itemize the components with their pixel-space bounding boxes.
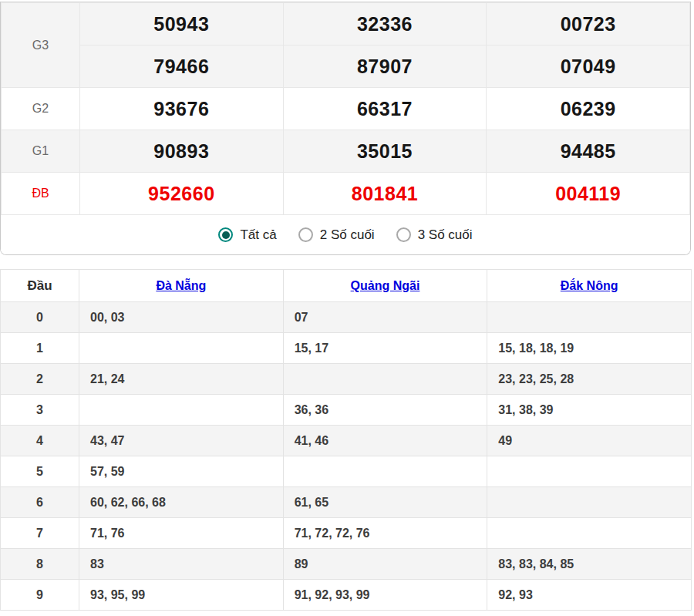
digit-cell: 1 — [1, 333, 79, 364]
radio-option-2-last-digits[interactable]: 2 Số cuối — [298, 227, 375, 243]
prize-number: 00723 — [487, 3, 690, 45]
values-cell — [283, 364, 487, 395]
prize-number: 32336 — [283, 3, 487, 45]
radio-label: 2 Số cuối — [320, 227, 375, 243]
values-cell — [487, 487, 692, 518]
radio-option-3-last-digits[interactable]: 3 Số cuối — [396, 227, 473, 243]
values-cell: 41, 46 — [283, 426, 487, 456]
column-header-da-nang: Đà Nẵng — [79, 270, 284, 302]
digit-cell: 8 — [1, 549, 79, 580]
values-cell — [283, 456, 487, 487]
values-cell: 43, 47 — [79, 426, 284, 456]
radio-label: 3 Số cuối — [418, 227, 473, 243]
prize-number-special: 004119 — [487, 173, 690, 215]
table-row: 3 36, 36 31, 38, 39 — [1, 395, 692, 426]
region-link-quang-ngai[interactable]: Quảng Ngãi — [351, 279, 420, 292]
radio-button-icon[interactable] — [298, 227, 313, 242]
digit-cell: 7 — [1, 518, 79, 549]
radio-button-icon[interactable] — [396, 227, 411, 242]
values-cell — [487, 456, 692, 487]
prize-label-db: ĐB — [2, 173, 80, 215]
column-header-quang-ngai: Quảng Ngãi — [283, 270, 487, 302]
prize-number: 66317 — [283, 88, 487, 130]
values-cell: 15, 17 — [283, 333, 487, 364]
values-cell: 83 — [79, 549, 284, 580]
digit-cell: 3 — [1, 395, 79, 426]
values-cell: 23, 23, 25, 28 — [487, 364, 692, 395]
table-row: G2 93676 66317 06239 — [2, 88, 690, 130]
table-row: 8 83 89 83, 83, 84, 85 — [1, 549, 692, 580]
radio-button-icon[interactable] — [218, 227, 233, 242]
prize-label-g2: G2 — [2, 88, 80, 130]
values-cell: 92, 93 — [487, 580, 692, 611]
column-header-dau: Đầu — [1, 270, 79, 302]
values-cell: 61, 65 — [283, 487, 487, 518]
table-row: 9 93, 95, 99 91, 92, 93, 99 92, 93 — [1, 580, 692, 611]
values-cell — [487, 302, 692, 333]
values-cell: 71, 72, 72, 76 — [283, 518, 487, 549]
prize-number-special: 801841 — [283, 173, 487, 215]
region-link-da-nang[interactable]: Đà Nẵng — [156, 279, 206, 292]
table-row: G1 90893 35015 94485 — [2, 130, 690, 173]
prize-number-special: 952660 — [80, 173, 284, 215]
values-cell — [487, 518, 692, 549]
table-header-row: Đầu Đà Nẵng Quảng Ngãi Đắk Nông — [1, 270, 692, 302]
prize-results-card: G3 50943 32336 00723 79466 87907 07049 G… — [0, 2, 691, 255]
column-header-dak-nong: Đắk Nông — [487, 270, 692, 302]
values-cell: 21, 24 — [79, 364, 284, 395]
divider — [0, 255, 694, 269]
digit-cell: 5 — [1, 456, 79, 487]
digit-head-table: Đầu Đà Nẵng Quảng Ngãi Đắk Nông 0 00, 03… — [0, 269, 692, 611]
values-cell — [79, 395, 284, 426]
values-cell: 89 — [283, 549, 487, 580]
digit-cell: 4 — [1, 426, 79, 456]
prize-number: 90893 — [80, 130, 284, 173]
prize-number: 50943 — [80, 3, 284, 45]
region-link-dak-nong[interactable]: Đắk Nông — [561, 279, 618, 292]
prize-number: 87907 — [283, 45, 487, 88]
table-row: 5 57, 59 — [1, 456, 692, 487]
digit-cell: 2 — [1, 364, 79, 395]
table-row-jackpot: ĐB 952660 801841 004119 — [2, 173, 690, 215]
table-row: 0 00, 03 07 — [1, 302, 692, 333]
table-row: 4 43, 47 41, 46 49 — [1, 426, 692, 456]
prize-label-g3: G3 — [2, 3, 80, 88]
values-cell: 71, 76 — [79, 518, 284, 549]
prize-number: 94485 — [487, 130, 690, 173]
table-row: G3 50943 32336 00723 — [2, 3, 690, 45]
table-row: 79466 87907 07049 — [2, 45, 690, 88]
digit-cell: 6 — [1, 487, 79, 518]
table-row: 2 21, 24 23, 23, 25, 28 — [1, 364, 692, 395]
table-row: 1 15, 17 15, 18, 18, 19 — [1, 333, 692, 364]
digit-cell: 9 — [1, 580, 79, 611]
values-cell: 07 — [283, 302, 487, 333]
last-digits-filter: Tất cả 2 Số cuối 3 Số cuối — [1, 215, 690, 254]
values-cell: 83, 83, 84, 85 — [487, 549, 692, 580]
prize-number: 79466 — [80, 45, 284, 88]
values-cell: 15, 18, 18, 19 — [487, 333, 692, 364]
values-cell: 00, 03 — [79, 302, 284, 333]
radio-option-all[interactable]: Tất cả — [218, 227, 276, 243]
values-cell: 31, 38, 39 — [487, 395, 692, 426]
values-cell: 93, 95, 99 — [79, 580, 284, 611]
prize-number: 06239 — [487, 88, 690, 130]
values-cell: 91, 92, 93, 99 — [283, 580, 487, 611]
prize-number: 07049 — [487, 45, 690, 88]
radio-label: Tất cả — [240, 227, 276, 243]
prize-number: 35015 — [283, 130, 487, 173]
prize-table: G3 50943 32336 00723 79466 87907 07049 G… — [1, 2, 690, 215]
values-cell: 49 — [487, 426, 692, 456]
prize-number: 93676 — [80, 88, 284, 130]
prize-label-g1: G1 — [2, 130, 80, 173]
values-cell: 36, 36 — [283, 395, 487, 426]
digit-cell: 0 — [1, 302, 79, 333]
values-cell — [79, 333, 284, 364]
table-row: 6 60, 62, 66, 68 61, 65 — [1, 487, 692, 518]
values-cell: 57, 59 — [79, 456, 284, 487]
values-cell: 60, 62, 66, 68 — [79, 487, 284, 518]
table-row: 7 71, 76 71, 72, 72, 76 — [1, 518, 692, 549]
